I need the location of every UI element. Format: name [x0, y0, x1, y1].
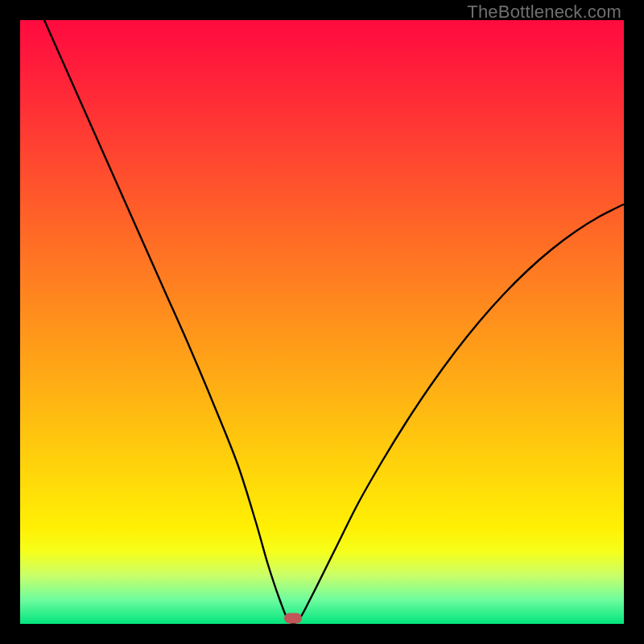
curve-line — [44, 20, 624, 624]
min-point-marker — [284, 613, 302, 624]
plot-area — [20, 20, 624, 624]
chart-container: TheBottleneck.com — [0, 0, 644, 644]
curve-svg — [20, 20, 624, 624]
